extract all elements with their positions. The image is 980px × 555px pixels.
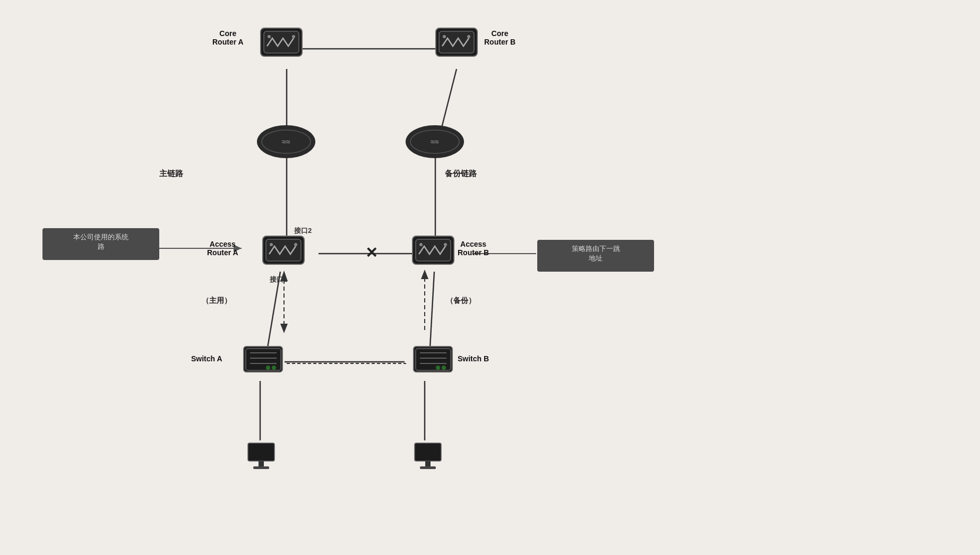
svg-rect-53: [420, 466, 436, 469]
access-router-a-icon: [262, 236, 305, 265]
dark-box-right: 策略路由下一跳 地址: [537, 240, 654, 272]
svg-text:≈≈: ≈≈: [431, 137, 439, 146]
svg-rect-52: [425, 461, 431, 466]
access-router-b-icon: [412, 236, 454, 265]
core-router-b-icon: [435, 28, 478, 57]
backup-status-label: （备份）: [446, 296, 476, 306]
svg-point-34: [419, 243, 423, 246]
switch-b-icon: [413, 346, 453, 372]
backup-link-label: 备份链路: [445, 169, 477, 179]
svg-point-35: [444, 243, 447, 246]
core-router-b-label: Core Router B: [484, 29, 515, 46]
switch-a-label: Switch A: [191, 354, 222, 363]
access-router-a-label: Access Router A: [207, 240, 238, 257]
switch-b: [413, 346, 453, 372]
primary-status-label: （主用）: [202, 296, 231, 306]
link-failure-marker: ✕: [365, 244, 377, 262]
access-router-b: [412, 236, 454, 265]
svg-point-41: [266, 366, 270, 370]
port2-label: 接口2: [294, 226, 312, 236]
svg-marker-12: [280, 324, 288, 333]
svg-point-32: [294, 243, 297, 246]
distribution-b: ≈≈: [406, 125, 464, 158]
svg-point-24: [443, 35, 446, 38]
core-router-a-label: Core Router A: [212, 29, 244, 46]
svg-line-7: [430, 272, 434, 348]
pc-b: [412, 440, 444, 472]
svg-rect-48: [248, 443, 274, 461]
switch-a: [243, 346, 283, 372]
svg-rect-51: [415, 443, 441, 461]
pc-a: [245, 440, 277, 472]
connections-svg: [0, 0, 980, 555]
dark-box-left: 本公司使用的系统 路: [42, 228, 159, 260]
svg-point-21: [268, 35, 271, 38]
switch-a-icon: [243, 346, 283, 372]
svg-text:≈≈: ≈≈: [282, 137, 290, 146]
distribution-a: ≈≈: [257, 125, 315, 158]
svg-point-22: [292, 35, 295, 38]
svg-rect-50: [253, 466, 269, 469]
diagram-container: Core Router A Core Router B ≈≈: [0, 0, 980, 555]
core-router-b: [435, 28, 478, 57]
svg-rect-49: [259, 461, 264, 466]
svg-point-40: [272, 366, 276, 370]
port1-label: 接口1: [270, 275, 287, 284]
core-router-a: [260, 28, 303, 57]
svg-point-25: [467, 35, 470, 38]
svg-point-46: [442, 366, 446, 370]
access-router-a: [262, 236, 305, 265]
svg-marker-15: [421, 270, 428, 279]
svg-line-2: [441, 69, 457, 132]
primary-link-label: 主链路: [159, 169, 183, 179]
svg-point-47: [436, 366, 440, 370]
access-router-b-label: Access Router B: [458, 240, 489, 257]
core-router-a-icon: [260, 28, 303, 57]
svg-point-31: [270, 243, 273, 246]
switch-b-label: Switch B: [458, 354, 489, 363]
